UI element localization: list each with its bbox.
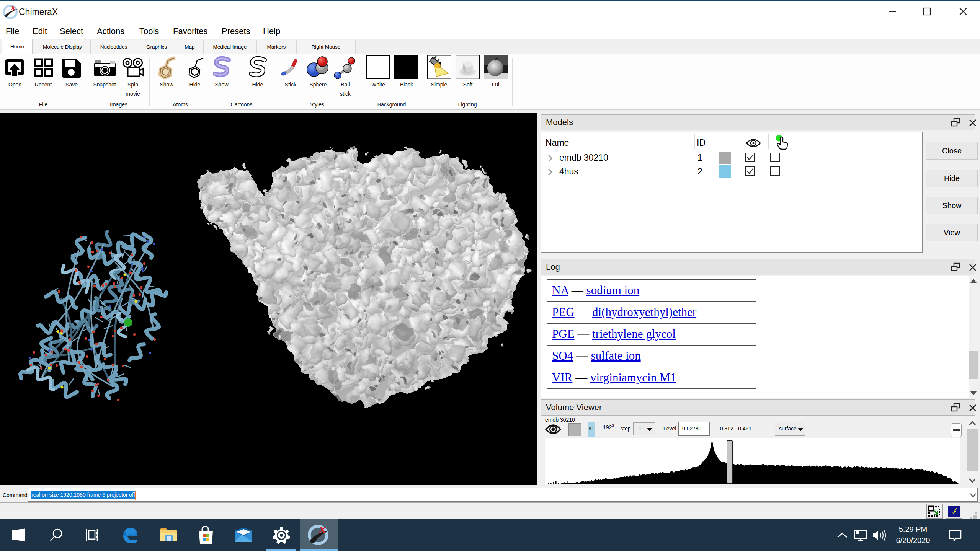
svg-text:x: x bbox=[319, 523, 326, 536]
svg-text:x: x bbox=[10, 3, 16, 13]
